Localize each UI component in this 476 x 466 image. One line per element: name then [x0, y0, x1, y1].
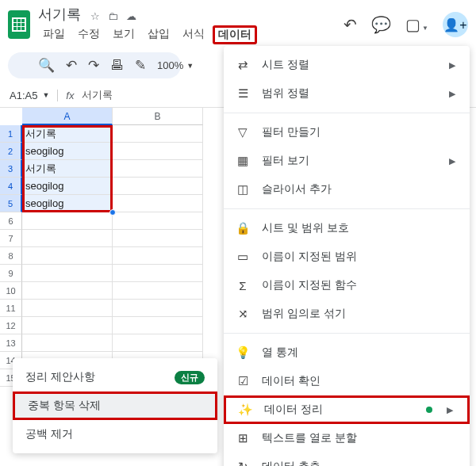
sheets-logo[interactable] — [8, 10, 30, 39]
data-menu-item-validation[interactable]: ☑데이터 확인 — [224, 367, 470, 395]
name-box[interactable]: A1:A5 ▼ — [10, 90, 49, 101]
data-menu-item-randomize[interactable]: ⤨범위 임의로 섞기 — [224, 300, 470, 328]
cell-A7[interactable] — [22, 230, 113, 247]
menu-item-label: 필터 보기 — [262, 154, 309, 168]
zoom-select[interactable]: 100% ▼ — [157, 59, 194, 71]
row-header-4[interactable]: 4 — [0, 178, 22, 195]
row-header-11[interactable]: 11 — [0, 300, 22, 317]
cell-B1[interactable] — [113, 125, 203, 143]
cell-B3[interactable] — [113, 160, 203, 178]
history-icon[interactable]: ↶ — [344, 15, 357, 34]
cell-A5[interactable]: seogilog — [22, 195, 113, 212]
row-header-10[interactable]: 10 — [0, 282, 22, 300]
data-menu-item-named-range[interactable]: ▭이름이 지정된 범위 — [224, 243, 470, 271]
cell-B9[interactable] — [113, 265, 203, 282]
cell-A8[interactable] — [22, 247, 113, 265]
menu-format[interactable]: 서식 — [178, 25, 209, 44]
row-header-9[interactable]: 9 — [0, 265, 22, 282]
row-header-13[interactable]: 13 — [0, 334, 22, 352]
cell-B12[interactable] — [113, 317, 203, 334]
row-header-1[interactable]: 1 — [0, 125, 22, 143]
redo-icon[interactable]: ↷ — [88, 57, 99, 74]
fx-label: fx — [57, 90, 74, 101]
header: 서기록 ☆ 🗀 ☁ 파일 수정 보기 삽입 서식 데이터 ↶ 💬 ▢ 👤+ — [0, 0, 476, 44]
row-header-7[interactable]: 7 — [0, 230, 22, 247]
data-menu-item-named-fn[interactable]: Σ이름이 지정된 함수 — [224, 271, 470, 300]
row-header-6[interactable]: 6 — [0, 212, 22, 230]
col-header-A[interactable]: A — [22, 108, 113, 125]
split-text-icon: ⊞ — [235, 431, 251, 445]
data-menu-item-filter-views[interactable]: ▦필터 보기▶ — [224, 147, 470, 175]
cell-B6[interactable] — [113, 212, 203, 230]
data-menu-item-split-text[interactable]: ⊞텍스트를 열로 분할 — [224, 424, 470, 453]
menu-file[interactable]: 파일 — [38, 25, 70, 44]
menu-view[interactable]: 보기 — [108, 25, 140, 44]
cell-B10[interactable] — [113, 282, 203, 300]
menu-insert[interactable]: 삽입 — [143, 25, 175, 44]
cleanup-item-label: 중복 항목 삭제 — [28, 399, 101, 413]
cleanup-item[interactable]: 중복 항목 삭제 — [13, 392, 217, 420]
selection-handle[interactable] — [109, 209, 116, 216]
menu-item-label: 데이터 정리 — [264, 403, 323, 417]
data-menu-item-cleanup[interactable]: ✨데이터 정리▶ — [224, 395, 470, 424]
data-menu-item-sort-sheet[interactable]: ⇄시트 정렬▶ — [224, 51, 470, 79]
data-menu-item-slicer[interactable]: ◫슬라이서 추가 — [224, 175, 470, 204]
data-menu-item-column-stats[interactable]: 💡열 통계 — [224, 338, 470, 367]
data-menu-item-extract[interactable]: ↻데이터 추출 — [224, 453, 470, 466]
undo-icon[interactable]: ↶ — [66, 57, 77, 74]
cell-B5[interactable] — [113, 195, 203, 212]
protect-icon: 🔒 — [235, 221, 251, 235]
meet-icon[interactable]: ▢ — [405, 15, 428, 34]
cell-A2[interactable]: seogilog — [22, 143, 113, 160]
cell-A6[interactable] — [22, 212, 113, 230]
cell-B4[interactable] — [113, 178, 203, 195]
randomize-icon: ⤨ — [235, 307, 251, 321]
sort-sheet-icon: ⇄ — [235, 58, 251, 72]
row-header-8[interactable]: 8 — [0, 247, 22, 265]
row-header-12[interactable]: 12 — [0, 317, 22, 334]
star-icon[interactable]: ☆ — [90, 10, 100, 22]
menu-item-label: 이름이 지정된 함수 — [262, 278, 357, 292]
comments-icon[interactable]: 💬 — [371, 15, 391, 34]
row-header-3[interactable]: 3 — [0, 160, 22, 178]
cell-A1[interactable]: 서기록 — [22, 125, 113, 143]
cell-A11[interactable] — [22, 300, 113, 317]
cell-A10[interactable] — [22, 282, 113, 300]
named-range-icon: ▭ — [235, 250, 251, 264]
cell-B2[interactable] — [113, 143, 203, 160]
paint-format-icon[interactable]: ✎ — [135, 57, 146, 74]
cell-B7[interactable] — [113, 230, 203, 247]
name-box-value: A1:A5 — [10, 90, 37, 101]
cell-A4[interactable]: seogilog — [22, 178, 113, 195]
slicer-icon: ◫ — [235, 182, 251, 197]
cleanup-item[interactable]: 정리 제안사항신규 — [13, 363, 217, 392]
cell-B11[interactable] — [113, 300, 203, 317]
menu-separator — [224, 333, 470, 334]
row-header-2[interactable]: 2 — [0, 143, 22, 160]
formula-bar[interactable]: 서기록 — [82, 88, 113, 102]
cleanup-item[interactable]: 공백 제거 — [13, 420, 217, 449]
extract-icon: ↻ — [235, 460, 251, 466]
move-icon[interactable]: 🗀 — [108, 10, 118, 22]
cloud-icon[interactable]: ☁ — [126, 10, 136, 22]
menu-data[interactable]: 데이터 — [213, 25, 257, 44]
cell-A12[interactable] — [22, 317, 113, 334]
data-menu-item-sort-range[interactable]: ☰범위 정렬▶ — [224, 79, 470, 108]
doc-title[interactable]: 서기록 — [38, 5, 81, 24]
col-header-B[interactable]: B — [113, 108, 203, 125]
submenu-arrow-icon: ▶ — [449, 89, 455, 99]
row-header-5[interactable]: 5 — [0, 195, 22, 212]
menu-item-label: 열 통계 — [262, 346, 298, 360]
print-icon[interactable]: 🖶 — [110, 58, 124, 74]
data-menu-item-protect[interactable]: 🔒시트 및 범위 보호 — [224, 214, 470, 243]
search-icon[interactable]: 🔍 — [38, 57, 55, 74]
cell-B13[interactable] — [113, 334, 203, 352]
share-button[interactable]: 👤+ — [443, 12, 468, 37]
cell-A3[interactable]: 서기록 — [22, 160, 113, 178]
cell-B8[interactable] — [113, 247, 203, 265]
new-badge: 신규 — [175, 371, 205, 384]
cell-A9[interactable] — [22, 265, 113, 282]
data-menu-item-filter[interactable]: ▽필터 만들기 — [224, 118, 470, 147]
cell-A13[interactable] — [22, 334, 113, 352]
menu-edit[interactable]: 수정 — [73, 25, 105, 44]
